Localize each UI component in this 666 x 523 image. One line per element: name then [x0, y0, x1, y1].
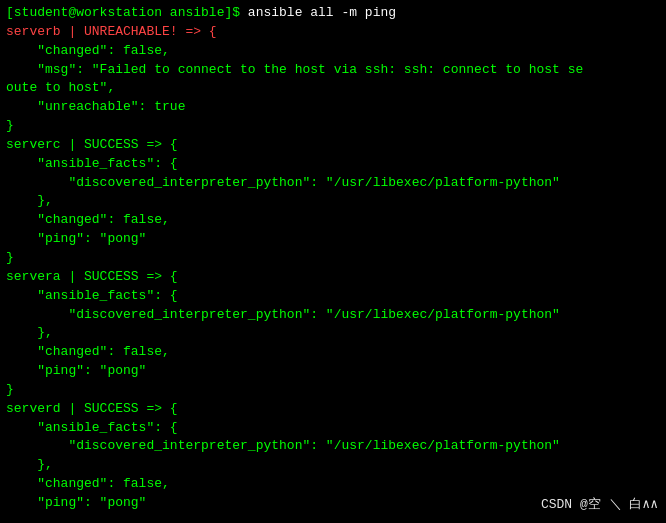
- output-line-7: serverc | SUCCESS => {: [6, 136, 660, 155]
- output-line-9: "discovered_interpreter_python": "/usr/l…: [6, 174, 660, 193]
- output-line-21: serverd | SUCCESS => {: [6, 400, 660, 419]
- output-line-16: "discovered_interpreter_python": "/usr/l…: [6, 306, 660, 325]
- output-line-5: "unreachable": true: [6, 98, 660, 117]
- output-line-4: oute to host",: [6, 79, 660, 98]
- terminal-window: [student@workstation ansible]$ ansible a…: [0, 0, 666, 523]
- output-line-20: }: [6, 381, 660, 400]
- output-line-12: "ping": "pong": [6, 230, 660, 249]
- output-line-22: "ansible_facts": {: [6, 419, 660, 438]
- command-line: [student@workstation ansible]$ ansible a…: [6, 4, 660, 23]
- output-line-13: }: [6, 249, 660, 268]
- output-line-11: "changed": false,: [6, 211, 660, 230]
- output-line-8: "ansible_facts": {: [6, 155, 660, 174]
- output-line-15: "ansible_facts": {: [6, 287, 660, 306]
- output-line-24: },: [6, 456, 660, 475]
- output-line-6: }: [6, 117, 660, 136]
- watermark: CSDN @空 ＼ 白∧∧: [541, 496, 658, 515]
- output-line-25: "changed": false,: [6, 475, 660, 494]
- output-line-2: "changed": false,: [6, 42, 660, 61]
- output-line-18: "changed": false,: [6, 343, 660, 362]
- output-line-19: "ping": "pong": [6, 362, 660, 381]
- output-line-23: "discovered_interpreter_python": "/usr/l…: [6, 437, 660, 456]
- output-line-3: "msg": "Failed to connect to the host vi…: [6, 61, 660, 80]
- output-line-1: serverb | UNREACHABLE! => {: [6, 23, 660, 42]
- output-line-17: },: [6, 324, 660, 343]
- prompt: [student@workstation ansible]$: [6, 5, 248, 20]
- output-line-14: servera | SUCCESS => {: [6, 268, 660, 287]
- command: ansible all -m ping: [248, 5, 396, 20]
- output-line-10: },: [6, 192, 660, 211]
